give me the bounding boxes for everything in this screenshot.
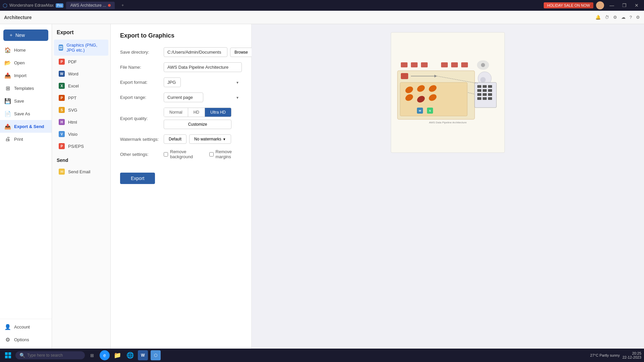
export-item-pseps[interactable]: P PS/EPS xyxy=(54,140,108,152)
sidebar-label-options: Options xyxy=(14,337,29,342)
export-format-label: Export format: xyxy=(120,80,164,85)
svg-rect-43 xyxy=(483,97,487,100)
new-button[interactable]: ＋ New xyxy=(3,29,48,41)
export-item-pdf[interactable]: P PDF xyxy=(54,56,108,68)
sidebar-label-open: Open xyxy=(14,60,25,65)
preview-diagram: M S xyxy=(394,59,501,126)
toolbar-icons: 🔔 ⏱ ⚙ ☁ ? ⚙ xyxy=(595,15,640,20)
sidebar-item-options[interactable]: ⚙ Options xyxy=(0,333,52,346)
watermark-none-btn[interactable]: No watermarks ▼ xyxy=(189,134,231,144)
task-view-btn[interactable]: ⊞ xyxy=(87,350,97,360)
sidebar-item-account[interactable]: 👤 Account xyxy=(0,320,52,333)
export-item-excel[interactable]: X Excel xyxy=(54,80,108,92)
user-avatar[interactable] xyxy=(596,1,604,9)
export-label-svg: SVG xyxy=(68,108,77,113)
taskbar-search-box[interactable]: 🔍 xyxy=(15,351,85,359)
close-btn[interactable]: ✕ xyxy=(632,2,641,9)
sidebar: ＋ New 🏠 Home 📂 Open 📥 Import ⊞ Templates… xyxy=(0,24,52,349)
add-tab-btn[interactable]: + xyxy=(117,2,128,9)
word-taskbar-btn[interactable]: W xyxy=(138,350,148,360)
export-format-select[interactable]: PNG JPG BMP TIFF SVG xyxy=(164,77,181,87)
edge-btn[interactable]: e xyxy=(100,350,110,360)
windows-start-btn[interactable] xyxy=(3,350,13,361)
pseps-icon: P xyxy=(59,143,65,149)
svg-rect-4 xyxy=(441,62,448,67)
remove-background-checkbox[interactable] xyxy=(164,152,168,157)
sidebar-item-templates[interactable]: ⊞ Templates xyxy=(0,82,52,95)
svg-rect-1 xyxy=(401,62,408,67)
help-icon[interactable]: ? xyxy=(630,15,632,20)
options-icon: ⚙ xyxy=(5,337,11,343)
remove-background-text: Remove background xyxy=(170,149,203,159)
svg-rect-34 xyxy=(483,85,487,88)
settings-icon[interactable]: ⚙ xyxy=(613,15,617,20)
file-explorer-btn[interactable]: 📁 xyxy=(112,350,122,360)
open-icon: 📂 xyxy=(5,60,11,66)
watermark-default-btn[interactable]: Default xyxy=(164,134,186,144)
sidebar-item-import[interactable]: 📥 Import xyxy=(0,69,52,82)
svg-rect-38 xyxy=(488,89,492,92)
bell-icon[interactable]: 🔔 xyxy=(595,15,601,20)
remove-margins-label[interactable]: Remove margins xyxy=(209,149,242,159)
sidebar-item-open[interactable]: 📂 Open xyxy=(0,56,52,69)
customize-btn[interactable]: Customize xyxy=(164,120,231,129)
svg-point-8 xyxy=(481,63,485,67)
remove-margins-text: Remove margins xyxy=(216,149,242,159)
active-tab[interactable]: AWS Architecture ... xyxy=(66,2,115,9)
sidebar-item-home[interactable]: 🏠 Home xyxy=(0,44,52,56)
word-icon: W xyxy=(59,71,65,77)
taskbar-search-input[interactable] xyxy=(27,353,81,358)
quality-ultra-hd-btn[interactable]: Ultra HD xyxy=(205,108,231,117)
config-icon[interactable]: ⚙ xyxy=(636,15,640,20)
sidebar-label-account: Account xyxy=(14,324,30,329)
browse-button[interactable]: Browse xyxy=(230,48,252,57)
sidebar-item-save[interactable]: 💾 Save xyxy=(0,95,52,107)
sidebar-label-print: Print xyxy=(14,137,23,142)
svg-rect-3 xyxy=(421,62,428,67)
sidebar-item-save-as[interactable]: 📄 Save As xyxy=(0,107,52,120)
send-section-title: Send xyxy=(52,152,110,166)
export-item-send-email[interactable]: ✉ Send Email xyxy=(54,166,108,178)
save-as-icon: 📄 xyxy=(5,111,11,117)
other-settings-row: Other settings: Remove background Remove… xyxy=(120,149,242,159)
new-icon: ＋ xyxy=(9,32,13,38)
tab-title: AWS Architecture ... xyxy=(70,3,106,8)
file-name-input[interactable] xyxy=(164,62,242,72)
watermark-label: Watermark settings: xyxy=(120,137,164,142)
quality-normal-btn[interactable]: Normal xyxy=(164,108,188,117)
chrome-btn[interactable]: 🌐 xyxy=(125,350,135,360)
sidebar-bottom: 👤 Account ⚙ Options xyxy=(0,319,52,346)
pro-badge: Pro xyxy=(56,3,64,8)
edraw-taskbar-btn[interactable]: ⬡ xyxy=(151,350,161,360)
export-label-pseps: PS/EPS xyxy=(68,144,84,149)
save-directory-label: Save directory: xyxy=(120,50,164,55)
remove-background-label[interactable]: Remove background xyxy=(164,149,203,159)
holiday-sale-btn[interactable]: HOLIDAY SALE ON NOW xyxy=(544,2,593,8)
export-item-html[interactable]: H Html xyxy=(54,116,108,128)
svg-text:AWS Data Pipeline Architecture: AWS Data Pipeline Architecture xyxy=(429,121,467,124)
svg-text:M: M xyxy=(419,109,421,112)
export-button[interactable]: Export xyxy=(120,173,155,184)
svg-rect-49 xyxy=(8,352,11,355)
restore-btn[interactable]: ❐ xyxy=(620,2,629,9)
export-item-svg[interactable]: S SVG xyxy=(54,104,108,116)
svg-rect-33 xyxy=(477,85,481,88)
app-logo: ⬡ xyxy=(3,2,7,9)
export-item-ppt[interactable]: P PPT xyxy=(54,92,108,104)
cloud-icon[interactable]: ☁ xyxy=(621,15,626,20)
svg-rect-41 xyxy=(488,93,492,96)
remove-margins-checkbox[interactable] xyxy=(209,152,214,157)
export-quality-row: Export quality: Normal HD Ultra HD Custo… xyxy=(120,108,242,129)
export-format-wrapper: PNG JPG BMP TIFF SVG xyxy=(164,77,242,87)
quality-hd-btn[interactable]: HD xyxy=(188,108,205,117)
minimize-btn[interactable]: — xyxy=(607,2,617,9)
save-directory-input[interactable] xyxy=(164,47,227,57)
sidebar-item-export-send[interactable]: 📤 Export & Send xyxy=(0,120,52,133)
export-item-word[interactable]: W Word xyxy=(54,68,108,80)
export-label-visio: Visio xyxy=(68,132,77,137)
export-item-graphics[interactable]: 🖼 Graphics (PNG, JPG etc.) xyxy=(54,40,108,56)
timer-icon[interactable]: ⏱ xyxy=(605,15,609,20)
export-range-select[interactable]: Current page All pages Selected objects xyxy=(164,93,203,102)
export-item-visio[interactable]: V Visio xyxy=(54,128,108,140)
sidebar-item-print[interactable]: 🖨 Print xyxy=(0,133,52,145)
